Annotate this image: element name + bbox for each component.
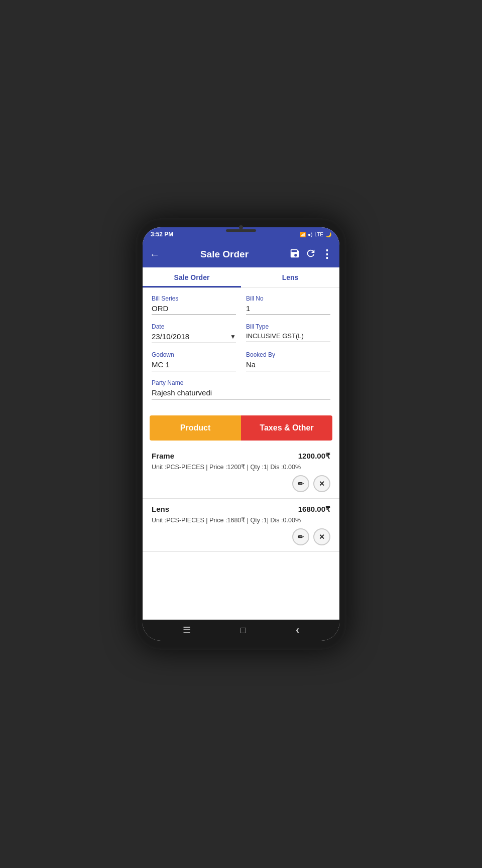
godown-value[interactable]: MC 1 bbox=[152, 360, 236, 371]
row-bill-series-no: Bill Series ORD Bill No 1 bbox=[152, 295, 330, 315]
signal-icon: ●) bbox=[308, 232, 312, 237]
form-section: Bill Series ORD Bill No 1 bbox=[143, 288, 339, 409]
tab-sale-order[interactable]: Sale Order bbox=[143, 267, 241, 287]
delete-button-lens[interactable]: ✕ bbox=[313, 528, 330, 545]
field-bill-series: Bill Series ORD bbox=[152, 295, 236, 315]
product-name-lens: Lens bbox=[152, 505, 169, 513]
lte-icon: LTE bbox=[314, 232, 323, 237]
party-name-label: Party Name bbox=[152, 379, 330, 386]
refresh-button[interactable] bbox=[305, 248, 316, 261]
row-date-billtype: Date 23/10/2018 ▼ Bill Type INCLUSIVE GS… bbox=[152, 323, 330, 343]
menu-nav-icon[interactable]: ☰ bbox=[183, 625, 191, 636]
main-content: Bill Series ORD Bill No 1 bbox=[143, 288, 339, 620]
product-item-header-frame: Frame 1200.00₹ bbox=[152, 452, 330, 461]
date-dropdown-arrow: ▼ bbox=[230, 333, 236, 340]
field-party-name: Party Name Rajesh chaturvedi bbox=[152, 379, 330, 399]
back-nav-icon[interactable]: ‹ bbox=[296, 624, 299, 637]
page-title: Sale Order bbox=[165, 249, 284, 260]
date-label: Date bbox=[152, 323, 236, 330]
product-name-frame: Frame bbox=[152, 452, 174, 460]
product-item-header-lens: Lens 1680.00₹ bbox=[152, 505, 330, 514]
product-details-frame: Unit :PCS-PIECES | Price :1200₹ | Qty :1… bbox=[152, 463, 330, 472]
action-buttons: Product Taxes & Other bbox=[150, 415, 332, 441]
product-details-lens: Unit :PCS-PIECES | Price :1680₹ | Qty :1… bbox=[152, 516, 330, 525]
home-nav-icon[interactable]: □ bbox=[240, 625, 246, 636]
date-value[interactable]: 23/10/2018 ▼ bbox=[152, 332, 236, 343]
taxes-button[interactable]: Taxes & Other bbox=[241, 415, 332, 441]
bill-no-value[interactable]: 1 bbox=[246, 304, 330, 315]
party-name-value[interactable]: Rajesh chaturvedi bbox=[152, 388, 330, 399]
more-menu-button[interactable]: ⋮ bbox=[321, 248, 332, 261]
save-button[interactable] bbox=[289, 248, 300, 261]
godown-label: Godown bbox=[152, 351, 236, 358]
battery-icon: 🌙 bbox=[325, 232, 331, 237]
bill-no-label: Bill No bbox=[246, 295, 330, 302]
delete-button-frame[interactable]: ✕ bbox=[313, 475, 330, 492]
status-icons: 📶 ●) LTE 🌙 bbox=[300, 232, 331, 237]
bill-type-value[interactable]: INCLUSIVE GST(L) bbox=[246, 332, 330, 342]
product-item-frame: Frame 1200.00₹ Unit :PCS-PIECES | Price … bbox=[143, 446, 339, 499]
booked-by-value[interactable]: Na bbox=[246, 360, 330, 371]
row-godown-bookedby: Godown MC 1 Booked By Na bbox=[152, 351, 330, 371]
tabs-container: Sale Order Lens bbox=[143, 267, 339, 288]
field-bill-type: Bill Type INCLUSIVE GST(L) bbox=[246, 323, 330, 343]
top-bar: ← Sale Order ⋮ bbox=[143, 241, 339, 267]
status-time: 3:52 PM bbox=[151, 231, 173, 238]
field-godown: Godown MC 1 bbox=[152, 351, 236, 371]
bill-series-value[interactable]: ORD bbox=[152, 304, 236, 315]
bill-series-label: Bill Series bbox=[152, 295, 236, 302]
edit-button-lens[interactable]: ✏ bbox=[292, 528, 309, 545]
back-button[interactable]: ← bbox=[150, 249, 160, 260]
product-item-lens: Lens 1680.00₹ Unit :PCS-PIECES | Price :… bbox=[143, 499, 339, 552]
row-party-name: Party Name Rajesh chaturvedi bbox=[152, 379, 330, 399]
bottom-nav: ☰ □ ‹ bbox=[143, 620, 339, 641]
product-button[interactable]: Product bbox=[150, 415, 241, 441]
product-price-frame: 1200.00₹ bbox=[298, 452, 330, 461]
wifi-icon: 📶 bbox=[300, 232, 306, 237]
field-date: Date 23/10/2018 ▼ bbox=[152, 323, 236, 343]
bill-type-label: Bill Type bbox=[246, 323, 330, 330]
product-price-lens: 1680.00₹ bbox=[298, 505, 330, 514]
booked-by-label: Booked By bbox=[246, 351, 330, 358]
field-booked-by: Booked By Na bbox=[246, 351, 330, 371]
edit-button-frame[interactable]: ✏ bbox=[292, 475, 309, 492]
product-actions-frame: ✏ ✕ bbox=[152, 475, 330, 496]
tab-lens[interactable]: Lens bbox=[241, 267, 339, 287]
product-actions-lens: ✏ ✕ bbox=[152, 528, 330, 549]
field-bill-no: Bill No 1 bbox=[246, 295, 330, 315]
